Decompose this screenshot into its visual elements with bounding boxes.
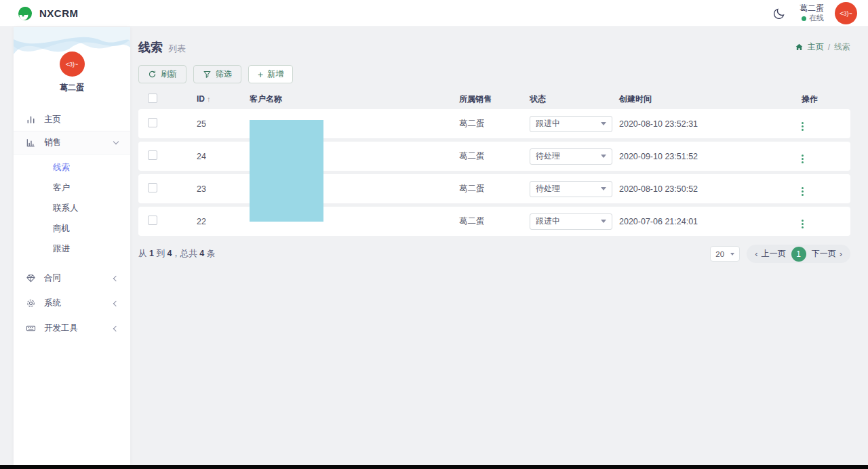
cell-sales: 葛二蛋 bbox=[459, 150, 530, 162]
redaction-overlay bbox=[250, 120, 323, 222]
cell-created: 2020-08-10 23:52:31 bbox=[619, 119, 802, 129]
caret-down-icon bbox=[601, 220, 606, 223]
table-row: 22 葛二蛋 跟进中 2020-07-06 21:24:01 bbox=[138, 207, 850, 236]
create-button[interactable]: + 新增 bbox=[248, 65, 293, 83]
home-chart-icon bbox=[26, 115, 36, 125]
row-checkbox[interactable] bbox=[148, 150, 157, 160]
online-dot-icon bbox=[802, 16, 806, 21]
refresh-label: 刷新 bbox=[161, 68, 177, 80]
user-status-label: 在线 bbox=[809, 14, 824, 23]
status-select[interactable]: 跟进中 bbox=[530, 213, 612, 230]
chevron-left-icon bbox=[113, 300, 119, 306]
sidebar-item-label: 销售 bbox=[44, 137, 106, 148]
top-header: NXCRM 葛二蛋 在线 <3)~ bbox=[0, 0, 868, 27]
keyboard-icon bbox=[26, 323, 36, 333]
sidebar-menu: 主页 销售 线索 客户 联系人 商机 bbox=[14, 108, 130, 340]
chevron-left-icon bbox=[113, 325, 119, 331]
user-avatar[interactable]: <3)~ bbox=[835, 2, 857, 24]
sidebar-item-label: 系统 bbox=[44, 298, 106, 309]
sidebar: <3)~ 葛二蛋 主页 销售 线索 bbox=[14, 27, 130, 465]
filter-label: 筛选 bbox=[216, 68, 232, 80]
table-header: ID↑ 客户名称 所属销售 状态 创建时间 操作 bbox=[138, 89, 850, 109]
prev-page-button[interactable]: ‹ 上一页 bbox=[755, 248, 785, 260]
sidebar-item-customers[interactable]: 客户 bbox=[14, 178, 130, 198]
page-subtitle: 列表 bbox=[168, 43, 186, 54]
user-info[interactable]: 葛二蛋 在线 bbox=[800, 3, 824, 23]
status-select[interactable]: 待处理 bbox=[530, 181, 612, 197]
moon-icon bbox=[774, 7, 785, 19]
cell-created: 2020-09-10 23:51:52 bbox=[619, 152, 802, 161]
breadcrumb-separator: / bbox=[828, 43, 830, 52]
table-row: 25 葛二蛋 跟进中 2020-08-10 23:52:31 bbox=[138, 109, 850, 138]
sort-asc-icon: ↑ bbox=[207, 95, 211, 103]
sidebar-item-label: 主页 bbox=[44, 114, 118, 125]
pagination: ‹ 上一页 1 下一页 › bbox=[747, 245, 850, 263]
breadcrumb: 主页 / 线索 bbox=[795, 41, 850, 53]
current-page-button[interactable]: 1 bbox=[791, 247, 806, 262]
table-row: 24 葛二蛋 待处理 2020-09-10 23:51:52 bbox=[138, 142, 850, 171]
filter-button[interactable]: 筛选 bbox=[193, 65, 241, 83]
row-actions-button[interactable] bbox=[802, 187, 804, 196]
col-header-sales[interactable]: 所属销售 bbox=[459, 94, 530, 105]
cell-created: 2020-08-10 23:50:52 bbox=[619, 184, 802, 194]
sidebar-item-contract[interactable]: 合同 bbox=[14, 267, 130, 289]
cell-id: 22 bbox=[197, 217, 250, 226]
row-actions-button[interactable] bbox=[802, 155, 804, 163]
sidebar-item-label: 客户 bbox=[53, 182, 118, 194]
sidebar-item-sales[interactable]: 销售 bbox=[14, 131, 130, 155]
cell-id: 25 bbox=[197, 119, 250, 129]
sidebar-item-system[interactable]: 系统 bbox=[14, 292, 130, 314]
cell-id: 23 bbox=[197, 184, 250, 194]
sidebar-item-contacts[interactable]: 联系人 bbox=[14, 198, 130, 218]
sidebar-avatar[interactable]: <3)~ bbox=[60, 52, 85, 77]
create-label: 新增 bbox=[267, 68, 283, 80]
sidebar-item-leads[interactable]: 线索 bbox=[14, 157, 130, 178]
breadcrumb-home[interactable]: 主页 bbox=[808, 41, 824, 53]
home-icon bbox=[795, 43, 804, 52]
row-checkbox[interactable] bbox=[148, 183, 157, 192]
result-summary: 从 1 到 4，总共 4 条 bbox=[138, 248, 215, 260]
status-select[interactable]: 跟进中 bbox=[530, 116, 612, 132]
page-title: 线索 bbox=[138, 41, 163, 54]
brand: NXCRM bbox=[18, 6, 79, 21]
sidebar-profile-name: 葛二蛋 bbox=[14, 82, 130, 94]
chevron-left-icon: ‹ bbox=[755, 249, 757, 259]
refresh-button[interactable]: 刷新 bbox=[138, 65, 186, 83]
col-header-actions: 操作 bbox=[802, 94, 841, 105]
page-size-select[interactable]: 20 bbox=[710, 246, 740, 262]
row-actions-button[interactable] bbox=[802, 220, 804, 228]
select-all-checkbox[interactable] bbox=[148, 94, 157, 103]
main-content: 线索列表 主页 / 线索 刷新 筛选 bbox=[130, 27, 868, 465]
breadcrumb-current: 线索 bbox=[834, 41, 850, 53]
sidebar-item-devtools[interactable]: 开发工具 bbox=[14, 317, 130, 340]
next-page-button[interactable]: 下一页 › bbox=[812, 248, 842, 260]
table-row: 23 葛二蛋 待处理 2020-08-10 23:50:52 bbox=[138, 174, 850, 203]
col-header-status[interactable]: 状态 bbox=[530, 94, 619, 105]
row-checkbox[interactable] bbox=[148, 216, 157, 225]
sales-submenu: 线索 客户 联系人 商机 跟进 bbox=[14, 155, 130, 263]
cell-sales: 葛二蛋 bbox=[459, 118, 530, 129]
cell-sales: 葛二蛋 bbox=[459, 216, 530, 227]
col-header-customer[interactable]: 客户名称 bbox=[250, 94, 459, 105]
col-header-id[interactable]: ID↑ bbox=[197, 94, 250, 104]
sidebar-item-opportunities[interactable]: 商机 bbox=[14, 218, 130, 239]
avatar-text: <3)~ bbox=[840, 10, 852, 17]
caret-down-icon bbox=[601, 155, 606, 158]
bar-chart-icon bbox=[26, 138, 36, 148]
caret-down-icon bbox=[601, 187, 606, 190]
sidebar-item-followup[interactable]: 跟进 bbox=[14, 239, 130, 259]
sidebar-item-home[interactable]: 主页 bbox=[14, 108, 130, 131]
sidebar-item-label: 商机 bbox=[53, 223, 118, 234]
sidebar-item-label: 跟进 bbox=[53, 243, 118, 255]
sidebar-item-label: 联系人 bbox=[53, 203, 118, 214]
sidebar-avatar-text: <3)~ bbox=[66, 61, 79, 68]
status-select[interactable]: 待处理 bbox=[530, 148, 612, 165]
col-header-created[interactable]: 创建时间 bbox=[619, 94, 802, 105]
sidebar-item-label: 合同 bbox=[44, 272, 106, 284]
dark-mode-toggle[interactable] bbox=[770, 4, 789, 23]
chevron-down-icon bbox=[113, 139, 119, 144]
row-actions-button[interactable] bbox=[802, 122, 804, 131]
row-checkbox[interactable] bbox=[148, 118, 157, 127]
chevron-left-icon bbox=[113, 275, 119, 281]
bottom-window-edge bbox=[0, 465, 868, 469]
